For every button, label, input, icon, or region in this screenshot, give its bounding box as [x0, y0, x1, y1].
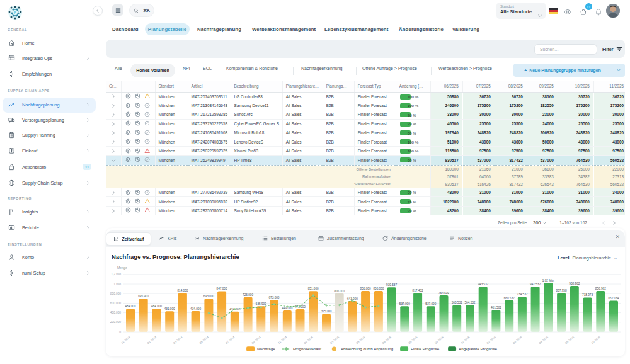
svg-text:718.973: 718.973 [582, 293, 593, 297]
svg-text:673.000: 673.000 [269, 296, 280, 299]
svg-text:947.532: 947.532 [530, 283, 541, 286]
svg-text:806.000: 806.000 [334, 290, 345, 293]
svg-text:764.530: 764.530 [438, 292, 449, 295]
svg-text:02-2026: 02-2026 [486, 336, 497, 345]
svg-text:856.000: 856.000 [360, 287, 371, 290]
svg-text:06-2025: 06-2025 [382, 336, 392, 345]
svg-text:08-2026: 08-2026 [564, 336, 575, 345]
svg-text:431.000: 431.000 [164, 307, 175, 310]
svg-text:856.962: 856.962 [595, 287, 606, 290]
svg-text:807.958: 807.958 [556, 289, 567, 292]
svg-text:11-2023: 11-2023 [121, 336, 131, 344]
svg-text:652.064: 652.064 [609, 297, 619, 300]
svg-text:660.532: 660.532 [504, 297, 515, 300]
svg-text:09-2024: 09-2024 [251, 336, 262, 345]
svg-text:05-2025: 05-2025 [355, 336, 366, 345]
svg-text:726.000: 726.000 [243, 293, 253, 297]
svg-text:Nachfrage: Nachfrage [257, 346, 275, 351]
svg-text:10-2026: 10-2026 [591, 336, 602, 345]
svg-text:Finale Prognose: Finale Prognose [411, 346, 440, 351]
svg-text:958.962: 958.962 [569, 282, 580, 285]
svg-text:434.000: 434.000 [190, 307, 201, 310]
svg-text:12-2025: 12-2025 [460, 336, 471, 345]
svg-text:851.000: 851.000 [308, 287, 319, 290]
svg-text:484.000: 484.000 [125, 305, 136, 308]
svg-text:1 mio: 1 mio [113, 283, 121, 286]
svg-text:930.537: 930.537 [386, 283, 397, 287]
svg-text:695.900: 695.900 [138, 295, 149, 298]
svg-text:484.000: 484.000 [151, 305, 162, 308]
svg-text:10-2025: 10-2025 [434, 336, 445, 345]
svg-text:08-2025: 08-2025 [408, 336, 418, 345]
svg-text:200.000: 200.000 [110, 321, 122, 324]
svg-text:04-2026: 04-2026 [512, 336, 523, 345]
svg-text:375.000: 375.000 [321, 310, 332, 313]
svg-text:06-2026: 06-2026 [539, 336, 549, 345]
svg-text:461.502: 461.502 [491, 306, 501, 309]
svg-text:07-2024: 07-2024 [225, 336, 236, 345]
svg-text:537.000: 537.000 [399, 302, 410, 305]
svg-text:693.000: 693.000 [203, 295, 214, 298]
svg-text:560.532: 560.532 [452, 301, 462, 304]
svg-text:600.000: 600.000 [110, 302, 122, 305]
svg-text:Angepasste Prognose: Angepasste Prognose [459, 346, 497, 351]
svg-text:537.000: 537.000 [425, 302, 436, 305]
svg-text:847.000: 847.000 [217, 287, 227, 290]
svg-text:943.532: 943.532 [478, 283, 488, 286]
svg-text:1,2 mio: 1,2 mio [111, 273, 121, 276]
svg-text:814.000: 814.000 [177, 289, 188, 292]
svg-text:535.900: 535.900 [256, 302, 266, 305]
svg-text:11-2024: 11-2024 [277, 336, 287, 344]
svg-text:817.432: 817.432 [413, 289, 423, 292]
svg-text:0: 0 [119, 331, 121, 334]
svg-text:800.000: 800.000 [110, 292, 122, 295]
svg-text:01-2024: 01-2024 [147, 336, 158, 345]
svg-text:564.532: 564.532 [465, 301, 476, 304]
svg-text:734.532: 734.532 [517, 293, 527, 296]
svg-text:Menge: Menge [117, 266, 127, 270]
svg-text:03-2024: 03-2024 [173, 336, 183, 345]
svg-text:03-2025: 03-2025 [329, 336, 340, 345]
svg-text:Prognoseverlauf: Prognoseverlauf [293, 346, 321, 351]
svg-text:1,02 Mio.: 1,02 Mio. [542, 279, 554, 282]
svg-text:Abweichung durch Anpassung: Abweichung durch Anpassung [341, 346, 394, 351]
svg-text:01-2025: 01-2025 [303, 336, 314, 345]
svg-text:400.000: 400.000 [110, 311, 122, 314]
svg-text:05-2024: 05-2024 [199, 336, 210, 345]
svg-text:856.000: 856.000 [373, 287, 384, 290]
